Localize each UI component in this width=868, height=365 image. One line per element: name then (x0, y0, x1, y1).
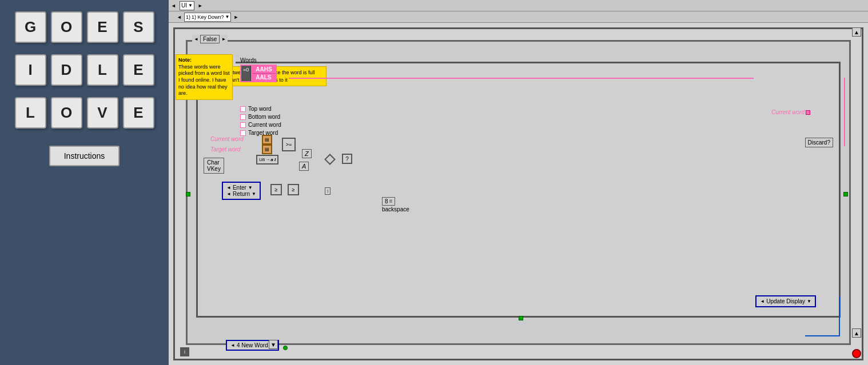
label-bottom-word: Bottom word (248, 114, 280, 120)
new-word-label: 4 New Word (237, 342, 268, 348)
char-label: Char (207, 159, 221, 166)
label-current-word: Current word (248, 122, 281, 128)
letter-E3: E (123, 97, 154, 129)
letter-O2: O (51, 97, 82, 129)
select-diamond (325, 154, 335, 165)
z-indicator: Z (302, 149, 312, 158)
event-dropdown[interactable]: 1) 1) Key Down? ▼ (184, 13, 231, 22)
right-panel: ◄ UI ▼ ► ◄ 1) 1) Key Down? ▼ ► (169, 0, 868, 365)
letter-V: V (87, 97, 118, 129)
vi-container: ◄ UI ▼ ► ◄ 1) 1) Key Down? ▼ ► (169, 0, 868, 365)
wire-blue-v1 (839, 296, 840, 336)
ui-dropdown[interactable]: UI ▼ (180, 1, 194, 10)
letter-G: G (15, 11, 46, 43)
update-display-node[interactable]: ◄ Update Display ▼ (755, 295, 816, 307)
discard-indicator: Discard? (805, 138, 833, 147)
second-toolbar: ◄ 1) 1) Key Down? ▼ ► (169, 11, 868, 23)
new-word-arrow[interactable]: ▼ (269, 340, 278, 349)
or-node1: ≥ (270, 184, 282, 195)
false-selector[interactable]: False (200, 35, 220, 43)
backspace-node: 8 = (382, 197, 395, 206)
resize-node: ↕ (325, 187, 331, 195)
label-top-word: Top word (248, 106, 272, 112)
letter-D: D (51, 54, 82, 86)
current-word-node: Current word (210, 136, 244, 142)
words-label: Words (240, 57, 277, 63)
ui-label: UI (181, 2, 187, 9)
vkey-label: VKey (207, 166, 221, 172)
words-index[interactable]: =0 (241, 66, 251, 81)
update-display-label: Update Display (766, 298, 805, 304)
letter-I: I (15, 54, 46, 86)
question-node: ? (342, 154, 352, 164)
letter-S: S (123, 11, 154, 43)
wire-pink-vert (844, 78, 845, 146)
iteration-counter: i (180, 347, 189, 356)
word-row-1: G O E S (15, 11, 154, 43)
current-word-right: Current word (771, 109, 805, 115)
word-row-2: I D L E (15, 54, 154, 86)
event-structure: ◄ False ► ◄ True ► Has to be between A a… (186, 40, 851, 345)
left-panel: G O E S I D L E L O V E Instructions (0, 0, 169, 365)
letter-E: E (87, 11, 118, 43)
green-terminal-left (186, 192, 190, 196)
enter-label: Enter (233, 184, 246, 191)
word-item-1: AAHS (252, 66, 275, 74)
instructions-button[interactable]: Instructions (49, 146, 120, 166)
compare-node: >= (282, 138, 296, 151)
target-word-node: Target word (210, 146, 240, 153)
letter-O: O (51, 11, 82, 43)
label-target-word: Target word (248, 130, 278, 136)
terminal-green-bottom (519, 316, 523, 320)
or-node2: ≥ (288, 184, 299, 195)
conversion-node: U8 → a I (256, 155, 278, 165)
controls-cluster: Top word Bottom word Current word Target… (240, 106, 281, 136)
letter-L: L (87, 54, 118, 86)
enter-return-box[interactable]: ◄ Enter ▼ ◄ Return ▼ (222, 182, 261, 200)
string-concat-node2: ▤ (262, 145, 272, 154)
return-label: Return (233, 191, 250, 197)
note-text: These words were picked from a word list… (178, 64, 230, 97)
note-box: Note: These words were picked from a wor… (176, 54, 233, 100)
scroll-down[interactable]: ▲ (852, 328, 861, 338)
wire-main-pink (289, 78, 754, 79)
word-row-3: L O V E (15, 97, 154, 129)
stop-button[interactable] (852, 349, 861, 358)
scroll-up[interactable]: ▲ (852, 27, 861, 37)
green-dot (283, 346, 288, 350)
cb-target-word[interactable] (240, 130, 246, 136)
a-indicator: A (299, 162, 309, 171)
letter-E2: E (123, 54, 154, 86)
green-terminal-right (843, 192, 848, 196)
false-case-header: ◄ False ► (192, 35, 228, 43)
cb-current-word[interactable] (240, 122, 246, 128)
diagram-area: ◄ False ► ◄ True ► Has to be between A a… (169, 23, 868, 365)
word-item-2: AALS (252, 74, 275, 81)
letter-L2: L (15, 97, 46, 129)
char-vkey-box: Char VKey (204, 158, 224, 174)
terminal-pink-right (806, 110, 810, 115)
words-cluster: Words =0 AAHS AALS (240, 57, 277, 82)
cb-top-word[interactable] (240, 106, 246, 112)
wire-blue-h1 (805, 335, 839, 336)
key-down-label: 1) Key Down? (192, 14, 224, 20)
string-concat-node: ▤ (262, 135, 272, 145)
vi-toolbar: ◄ UI ▼ ► (169, 0, 868, 11)
cb-bottom-word[interactable] (240, 114, 246, 120)
backspace-label: backspace (382, 206, 409, 212)
